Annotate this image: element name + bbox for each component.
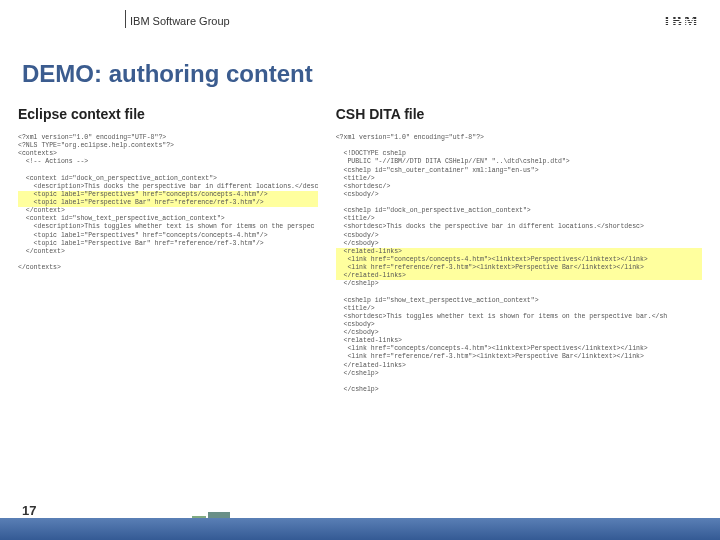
left-heading: Eclipse context file [18,106,318,122]
code-line: <link href="reference/ref-3.htm"><linkte… [336,264,702,272]
code-line: <!-- Actions --> [18,158,88,165]
code-line: </csbody> [336,240,379,247]
code-line: <cshelp id="dock_on_perspective_action_c… [336,207,531,214]
code-line: <related-links> [336,248,702,256]
code-line: </cshelp> [336,280,379,287]
code-line: </csbody> [336,329,379,336]
code-line: <related-links> [336,337,402,344]
code-line: <shortdesc>This docks the perspective ba… [336,223,644,230]
code-line: </context> [18,248,65,255]
code-line: <link href="concepts/concepts-4.htm"><li… [336,256,702,264]
code-line: <description>This toggles whether text i… [18,223,314,230]
code-line: </related-links> [336,272,702,280]
code-line: PUBLIC "-//IBM//DTD DITA CSHelp//EN" "..… [336,158,570,165]
code-line: <cshelp id="show_text_perspective_action… [336,297,539,304]
code-line: <topic label="Perspectives" href="concep… [18,232,268,239]
code-line: </related-links> [336,362,406,369]
code-line: <title/> [336,175,375,182]
code-line: </context> [18,207,65,214]
slide-title: DEMO: authoring content [0,40,720,106]
code-line: <?NLS TYPE="org.eclipse.help.contexts"?> [18,142,174,149]
content-area: Eclipse context file <?xml version="1.0"… [0,106,720,394]
code-line: <link href="reference/ref-3.htm"><linkte… [336,353,644,360]
header-divider [125,10,126,28]
code-line: <topic label="Perspective Bar" href="ref… [18,199,318,207]
ibm-logo: IBM [664,13,700,30]
code-line: <shortdesc/> [336,183,391,190]
code-line: <context id="dock_on_perspective_action_… [18,175,217,182]
code-line: <context id="show_text_perspective_actio… [18,215,225,222]
code-line: <topic label="Perspective Bar" href="ref… [18,240,264,247]
slide-header: IBM Software Group IBM [0,0,720,40]
code-line: <csbody> [336,321,375,328]
footer-bar [0,518,720,540]
code-line: <csbody/> [336,232,379,239]
right-column: CSH DITA file <?xml version="1.0" encodi… [336,106,702,394]
code-line: <topic label="Perspectives" href="concep… [18,191,318,199]
code-line: <csbody/> [336,191,379,198]
slide-footer: 17 [0,506,720,540]
page-number: 17 [22,503,36,518]
code-line: <?xml version="1.0" encoding="utf-8"?> [336,134,484,141]
brand-text: IBM Software Group [120,15,230,27]
left-column: Eclipse context file <?xml version="1.0"… [18,106,318,394]
eclipse-context-code: <?xml version="1.0" encoding="UTF-8"?> <… [18,134,318,272]
code-line: <link href="concepts/concepts-4.htm"><li… [336,345,648,352]
code-line: </contexts> [18,264,61,271]
code-line: <description>This docks the perspective … [18,183,318,190]
code-line: <contexts> [18,150,57,157]
code-line: </cshelp> [336,386,379,393]
code-line: <!DOCTYPE cshelp [336,150,406,157]
code-line: <shortdesc>This toggles whether text is … [336,313,668,320]
csh-dita-code: <?xml version="1.0" encoding="utf-8"?> <… [336,134,702,394]
code-line: <?xml version="1.0" encoding="UTF-8"?> [18,134,166,141]
code-line: <title/> [336,215,375,222]
code-line: <title/> [336,305,375,312]
code-line: </cshelp> [336,370,379,377]
code-line: <cshelp id="csh_outer_container" xml:lan… [336,167,539,174]
right-heading: CSH DITA file [336,106,702,122]
